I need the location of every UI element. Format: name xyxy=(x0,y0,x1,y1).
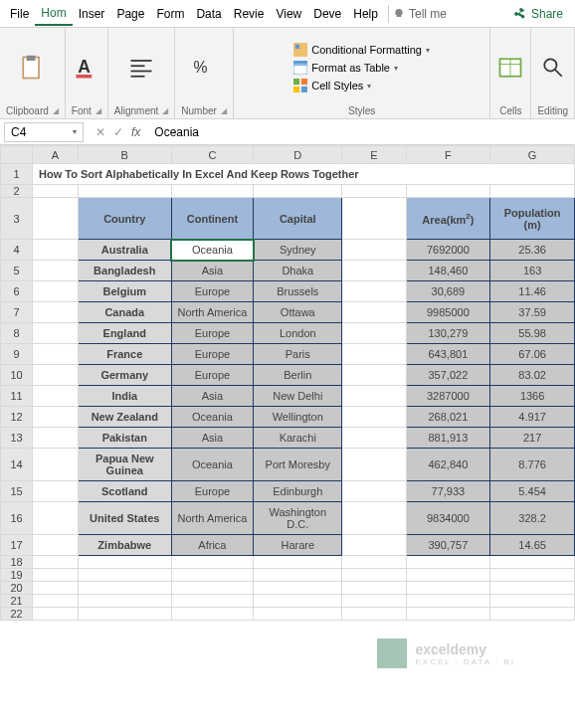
cell-continent[interactable]: North America xyxy=(171,302,253,323)
cell-continent[interactable]: Asia xyxy=(171,261,253,281)
editing-button[interactable] xyxy=(539,54,567,82)
dialog-launcher-icon[interactable]: ◢ xyxy=(53,106,59,115)
cell[interactable] xyxy=(33,323,79,344)
cell[interactable] xyxy=(33,344,79,365)
share-button[interactable]: Share xyxy=(505,3,571,25)
header-continent[interactable]: Continent xyxy=(171,198,253,240)
menu-page[interactable]: Page xyxy=(110,3,150,25)
cell-population[interactable]: 55.98 xyxy=(490,323,575,344)
cell-area[interactable]: 30,689 xyxy=(406,281,490,302)
menu-view[interactable]: View xyxy=(270,3,307,25)
fx-icon[interactable]: fx xyxy=(131,125,140,139)
cell[interactable] xyxy=(342,556,406,569)
row-header-13[interactable]: 13 xyxy=(1,428,33,449)
header-area[interactable]: Area(km2) xyxy=(406,198,490,240)
cell[interactable] xyxy=(33,556,79,569)
cell-area[interactable]: 9834000 xyxy=(406,502,490,535)
cell-area[interactable]: 881,913 xyxy=(406,428,490,449)
cell-area[interactable]: 268,021 xyxy=(406,407,490,428)
cell[interactable] xyxy=(33,407,79,428)
cell-country[interactable]: Bangladesh xyxy=(78,261,171,281)
cell-country[interactable]: England xyxy=(78,323,171,344)
select-all-corner[interactable] xyxy=(1,146,33,164)
cell[interactable] xyxy=(342,535,406,556)
cell[interactable] xyxy=(342,481,406,502)
cell[interactable] xyxy=(342,407,406,428)
cell[interactable] xyxy=(78,595,171,608)
cell[interactable] xyxy=(406,582,490,595)
row-header-5[interactable]: 5 xyxy=(1,261,33,281)
cell[interactable] xyxy=(33,449,79,481)
cell-capital[interactable]: Edinburgh xyxy=(254,481,342,502)
cell[interactable] xyxy=(342,365,406,386)
cell-area[interactable]: 357,022 xyxy=(406,365,490,386)
column-header-F[interactable]: F xyxy=(406,146,490,164)
cell[interactable] xyxy=(254,582,342,595)
cell-country[interactable]: Germany xyxy=(78,365,171,386)
cell[interactable] xyxy=(171,582,253,595)
cell-continent[interactable]: Europe xyxy=(171,481,253,502)
cell[interactable] xyxy=(171,569,253,582)
cell-area[interactable]: 77,933 xyxy=(406,481,490,502)
enter-icon[interactable]: ✓ xyxy=(113,125,123,139)
cell-population[interactable]: 14.65 xyxy=(490,535,575,556)
cell-country[interactable]: France xyxy=(78,344,171,365)
cell[interactable] xyxy=(33,595,79,608)
cell[interactable] xyxy=(171,608,253,621)
header-population[interactable]: Population (m) xyxy=(490,198,575,240)
cell-capital[interactable]: Wellington xyxy=(254,407,342,428)
cell[interactable] xyxy=(342,323,406,344)
row-header-7[interactable]: 7 xyxy=(1,302,33,323)
cell[interactable] xyxy=(406,608,490,621)
cell-area[interactable]: 462,840 xyxy=(406,449,490,481)
cell[interactable] xyxy=(490,608,575,621)
sheet-title[interactable]: How To Sort Alphabetically In Excel And … xyxy=(33,164,575,185)
cell[interactable] xyxy=(171,556,253,569)
cell[interactable] xyxy=(342,608,406,621)
cell[interactable] xyxy=(78,185,171,198)
cell-continent[interactable]: Oceania xyxy=(171,407,253,428)
cell[interactable] xyxy=(342,428,406,449)
cell[interactable] xyxy=(342,582,406,595)
row-header-15[interactable]: 15 xyxy=(1,481,33,502)
menu-developer[interactable]: Deve xyxy=(307,3,347,25)
cell[interactable] xyxy=(406,185,490,198)
cell[interactable] xyxy=(406,595,490,608)
cell[interactable] xyxy=(171,595,253,608)
cell-country[interactable]: Pakistan xyxy=(78,428,171,449)
cell[interactable] xyxy=(342,386,406,407)
cell[interactable] xyxy=(78,582,171,595)
cell-area[interactable]: 643,801 xyxy=(406,344,490,365)
menu-review[interactable]: Revie xyxy=(228,3,271,25)
formula-bar[interactable]: Oceania xyxy=(148,123,575,141)
cell[interactable] xyxy=(254,608,342,621)
cell-country[interactable]: Zimbabwe xyxy=(78,535,171,556)
spreadsheet-grid[interactable]: ABCDEFG1How To Sort Alphabetically In Ex… xyxy=(0,145,575,728)
conditional-formatting-button[interactable]: Conditional Formatting▾ xyxy=(293,43,430,57)
cell[interactable] xyxy=(490,595,575,608)
cell-country[interactable]: Australia xyxy=(78,240,171,261)
column-header-C[interactable]: C xyxy=(171,146,253,164)
cell-population[interactable]: 67.06 xyxy=(490,344,575,365)
cell-population[interactable]: 8.776 xyxy=(490,449,575,481)
cell-continent[interactable]: Asia xyxy=(171,428,253,449)
cell[interactable] xyxy=(406,569,490,582)
cell[interactable] xyxy=(342,281,406,302)
cell[interactable] xyxy=(33,281,79,302)
column-header-G[interactable]: G xyxy=(490,146,575,164)
cell[interactable] xyxy=(33,582,79,595)
cell[interactable] xyxy=(342,185,406,198)
row-header-1[interactable]: 1 xyxy=(1,164,33,185)
dialog-launcher-icon[interactable]: ◢ xyxy=(96,106,101,115)
cell[interactable] xyxy=(78,569,171,582)
dialog-launcher-icon[interactable]: ◢ xyxy=(221,106,227,115)
cell-continent[interactable]: North America xyxy=(171,502,253,535)
cell-area[interactable]: 3287000 xyxy=(406,386,490,407)
row-header-4[interactable]: 4 xyxy=(1,240,33,261)
cell-area[interactable]: 7692000 xyxy=(406,240,490,261)
row-header-19[interactable]: 19 xyxy=(1,569,33,582)
cell-capital[interactable]: Brussels xyxy=(254,281,342,302)
cell-capital[interactable]: Harare xyxy=(254,535,342,556)
cell-population[interactable]: 5.454 xyxy=(490,481,575,502)
cell-capital[interactable]: London xyxy=(254,323,342,344)
